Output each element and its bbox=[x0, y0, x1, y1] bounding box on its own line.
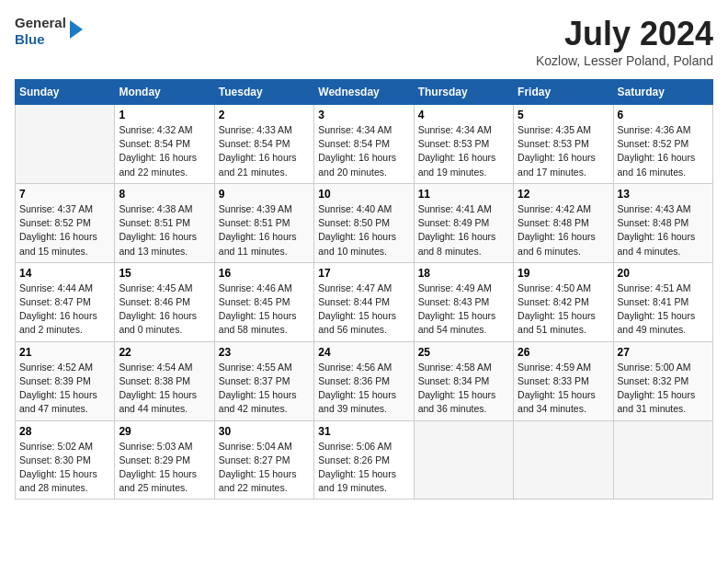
cell-info: Sunrise: 4:56 AM Sunset: 8:36 PM Dayligh… bbox=[318, 361, 409, 417]
day-number: 10 bbox=[318, 188, 409, 201]
calendar-cell: 15Sunrise: 4:45 AM Sunset: 8:46 PM Dayli… bbox=[115, 262, 214, 341]
day-number: 19 bbox=[518, 267, 609, 280]
cell-info: Sunrise: 4:47 AM Sunset: 8:44 PM Dayligh… bbox=[318, 282, 409, 338]
logo-text: General Blue bbox=[15, 15, 66, 48]
day-number: 7 bbox=[19, 188, 110, 201]
calendar-week-row: 21Sunrise: 4:52 AM Sunset: 8:39 PM Dayli… bbox=[16, 341, 713, 420]
calendar-week-row: 7Sunrise: 4:37 AM Sunset: 8:52 PM Daylig… bbox=[16, 183, 713, 262]
calendar-cell: 28Sunrise: 5:02 AM Sunset: 8:30 PM Dayli… bbox=[16, 420, 115, 500]
cell-info: Sunrise: 4:51 AM Sunset: 8:41 PM Dayligh… bbox=[618, 282, 709, 338]
calendar-cell: 11Sunrise: 4:41 AM Sunset: 8:49 PM Dayli… bbox=[414, 183, 513, 262]
cell-info: Sunrise: 4:34 AM Sunset: 8:53 PM Dayligh… bbox=[418, 123, 509, 179]
cell-info: Sunrise: 4:45 AM Sunset: 8:46 PM Dayligh… bbox=[119, 282, 210, 338]
day-number: 28 bbox=[19, 425, 110, 438]
day-number: 8 bbox=[119, 188, 210, 201]
cell-info: Sunrise: 4:35 AM Sunset: 8:53 PM Dayligh… bbox=[518, 123, 609, 179]
calendar-cell: 23Sunrise: 4:55 AM Sunset: 8:37 PM Dayli… bbox=[214, 341, 313, 420]
day-number: 12 bbox=[518, 188, 609, 201]
day-number: 3 bbox=[318, 109, 409, 121]
day-number: 1 bbox=[119, 109, 210, 121]
calendar-cell: 2Sunrise: 4:33 AM Sunset: 8:54 PM Daylig… bbox=[214, 105, 313, 184]
cell-info: Sunrise: 5:03 AM Sunset: 8:29 PM Dayligh… bbox=[119, 440, 210, 496]
calendar-cell: 24Sunrise: 4:56 AM Sunset: 8:36 PM Dayli… bbox=[314, 341, 414, 420]
logo-arrow-icon bbox=[70, 20, 83, 39]
calendar-cell: 12Sunrise: 4:42 AM Sunset: 8:48 PM Dayli… bbox=[514, 183, 613, 262]
cell-info: Sunrise: 4:58 AM Sunset: 8:34 PM Dayligh… bbox=[418, 361, 509, 417]
calendar-cell: 16Sunrise: 4:46 AM Sunset: 8:45 PM Dayli… bbox=[214, 262, 313, 341]
day-number: 21 bbox=[19, 346, 110, 359]
weekday-header: Wednesday bbox=[314, 80, 414, 105]
day-number: 11 bbox=[418, 188, 509, 201]
logo: General Blue bbox=[15, 15, 83, 48]
calendar-cell: 30Sunrise: 5:04 AM Sunset: 8:27 PM Dayli… bbox=[214, 420, 313, 500]
weekday-header: Saturday bbox=[613, 80, 712, 105]
day-number: 22 bbox=[119, 346, 210, 359]
calendar-cell: 25Sunrise: 4:58 AM Sunset: 8:34 PM Dayli… bbox=[414, 341, 513, 420]
calendar-cell: 8Sunrise: 4:38 AM Sunset: 8:51 PM Daylig… bbox=[115, 183, 214, 262]
calendar-cell bbox=[514, 420, 613, 500]
calendar-cell: 13Sunrise: 4:43 AM Sunset: 8:48 PM Dayli… bbox=[613, 183, 712, 262]
day-number: 29 bbox=[119, 425, 210, 438]
cell-info: Sunrise: 5:02 AM Sunset: 8:30 PM Dayligh… bbox=[19, 440, 110, 496]
calendar-cell: 27Sunrise: 5:00 AM Sunset: 8:32 PM Dayli… bbox=[613, 341, 712, 420]
weekday-header: Thursday bbox=[414, 80, 513, 105]
cell-info: Sunrise: 4:44 AM Sunset: 8:47 PM Dayligh… bbox=[19, 282, 110, 338]
cell-info: Sunrise: 4:40 AM Sunset: 8:50 PM Dayligh… bbox=[318, 202, 409, 259]
calendar-cell: 10Sunrise: 4:40 AM Sunset: 8:50 PM Dayli… bbox=[314, 183, 414, 262]
cell-info: Sunrise: 4:54 AM Sunset: 8:38 PM Dayligh… bbox=[119, 361, 210, 417]
calendar-cell bbox=[16, 105, 115, 184]
weekday-header-row: SundayMondayTuesdayWednesdayThursdayFrid… bbox=[16, 80, 713, 105]
day-number: 18 bbox=[418, 267, 509, 280]
day-number: 17 bbox=[318, 267, 409, 280]
calendar-cell: 22Sunrise: 4:54 AM Sunset: 8:38 PM Dayli… bbox=[115, 341, 214, 420]
day-number: 5 bbox=[518, 109, 609, 121]
calendar-cell: 31Sunrise: 5:06 AM Sunset: 8:26 PM Dayli… bbox=[314, 420, 414, 500]
calendar-cell: 5Sunrise: 4:35 AM Sunset: 8:53 PM Daylig… bbox=[514, 105, 613, 184]
calendar-cell: 1Sunrise: 4:32 AM Sunset: 8:54 PM Daylig… bbox=[115, 105, 214, 184]
calendar-cell: 21Sunrise: 4:52 AM Sunset: 8:39 PM Dayli… bbox=[16, 341, 115, 420]
cell-info: Sunrise: 4:49 AM Sunset: 8:43 PM Dayligh… bbox=[418, 282, 509, 338]
calendar-cell: 17Sunrise: 4:47 AM Sunset: 8:44 PM Dayli… bbox=[314, 262, 414, 341]
day-number: 20 bbox=[618, 267, 709, 280]
day-number: 27 bbox=[618, 346, 709, 359]
weekday-header: Tuesday bbox=[214, 80, 313, 105]
calendar-cell bbox=[613, 420, 712, 500]
calendar-cell: 26Sunrise: 4:59 AM Sunset: 8:33 PM Dayli… bbox=[514, 341, 613, 420]
title-block: July 2024 Kozlow, Lesser Poland, Poland bbox=[536, 15, 713, 68]
calendar-cell bbox=[414, 420, 513, 500]
page-header: General Blue July 2024 Kozlow, Lesser Po… bbox=[15, 15, 713, 68]
cell-info: Sunrise: 4:32 AM Sunset: 8:54 PM Dayligh… bbox=[119, 123, 210, 179]
calendar-week-row: 28Sunrise: 5:02 AM Sunset: 8:30 PM Dayli… bbox=[16, 420, 713, 500]
cell-info: Sunrise: 4:36 AM Sunset: 8:52 PM Dayligh… bbox=[618, 123, 709, 179]
cell-info: Sunrise: 4:50 AM Sunset: 8:42 PM Dayligh… bbox=[518, 282, 609, 338]
logo-general: General bbox=[15, 15, 66, 31]
day-number: 13 bbox=[618, 188, 709, 201]
cell-info: Sunrise: 4:39 AM Sunset: 8:51 PM Dayligh… bbox=[219, 202, 310, 259]
weekday-header: Friday bbox=[514, 80, 613, 105]
weekday-header: Sunday bbox=[16, 80, 115, 105]
day-number: 2 bbox=[219, 109, 310, 121]
cell-info: Sunrise: 5:06 AM Sunset: 8:26 PM Dayligh… bbox=[318, 440, 409, 496]
calendar-cell: 19Sunrise: 4:50 AM Sunset: 8:42 PM Dayli… bbox=[514, 262, 613, 341]
cell-info: Sunrise: 4:55 AM Sunset: 8:37 PM Dayligh… bbox=[219, 361, 310, 417]
cell-info: Sunrise: 4:34 AM Sunset: 8:54 PM Dayligh… bbox=[318, 123, 409, 179]
cell-info: Sunrise: 4:46 AM Sunset: 8:45 PM Dayligh… bbox=[219, 282, 310, 338]
calendar-cell: 29Sunrise: 5:03 AM Sunset: 8:29 PM Dayli… bbox=[115, 420, 214, 500]
calendar-cell: 7Sunrise: 4:37 AM Sunset: 8:52 PM Daylig… bbox=[16, 183, 115, 262]
cell-info: Sunrise: 4:43 AM Sunset: 8:48 PM Dayligh… bbox=[618, 202, 709, 259]
day-number: 14 bbox=[19, 267, 110, 280]
day-number: 6 bbox=[618, 109, 709, 121]
cell-info: Sunrise: 4:38 AM Sunset: 8:51 PM Dayligh… bbox=[119, 202, 210, 259]
calendar-cell: 3Sunrise: 4:34 AM Sunset: 8:54 PM Daylig… bbox=[314, 105, 414, 184]
calendar-cell: 20Sunrise: 4:51 AM Sunset: 8:41 PM Dayli… bbox=[613, 262, 712, 341]
cell-info: Sunrise: 4:41 AM Sunset: 8:49 PM Dayligh… bbox=[418, 202, 509, 259]
cell-info: Sunrise: 4:42 AM Sunset: 8:48 PM Dayligh… bbox=[518, 202, 609, 259]
day-number: 9 bbox=[219, 188, 310, 201]
day-number: 24 bbox=[318, 346, 409, 359]
calendar-cell: 6Sunrise: 4:36 AM Sunset: 8:52 PM Daylig… bbox=[613, 105, 712, 184]
calendar-cell: 4Sunrise: 4:34 AM Sunset: 8:53 PM Daylig… bbox=[414, 105, 513, 184]
day-number: 25 bbox=[418, 346, 509, 359]
logo-blue: Blue bbox=[15, 31, 66, 48]
month-year-title: July 2024 bbox=[536, 15, 713, 53]
cell-info: Sunrise: 5:04 AM Sunset: 8:27 PM Dayligh… bbox=[219, 440, 310, 496]
